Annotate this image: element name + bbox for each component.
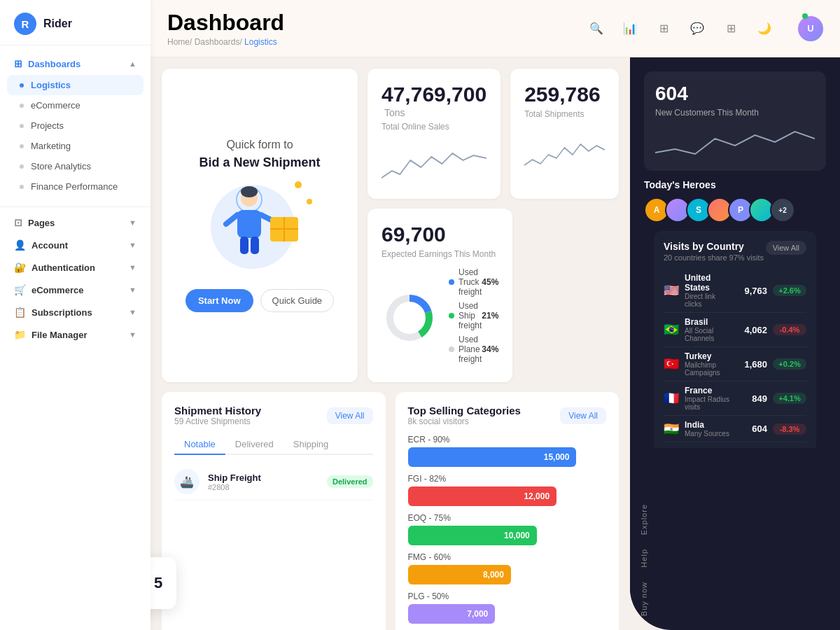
page-title: Dashboard xyxy=(167,10,284,36)
account-label: 👤 Account xyxy=(14,239,68,251)
subscriptions-label: 📋 Subscriptions xyxy=(14,307,92,318)
freight-list: Used Truck freight 45% Used Ship freight xyxy=(449,267,498,368)
earnings-label: Expected Earnings This Month xyxy=(382,249,498,259)
countries-list: 🇺🇸 United States Direct link clicks 9,76… xyxy=(664,269,806,442)
sidebar-item-ecommerce[interactable]: eCommerce xyxy=(0,95,150,115)
search-icon[interactable]: 🔍 xyxy=(585,18,608,40)
theme-icon[interactable]: 🌙 xyxy=(753,18,776,40)
chat-icon[interactable]: 💬 xyxy=(686,18,708,40)
subscriptions-icon: 📋 xyxy=(14,307,26,318)
shipment-tabs: Notable Delivered Shipping xyxy=(174,435,373,455)
stats-column: 47,769,700 Tons Total Online Sales xyxy=(368,69,619,382)
buy-now-tab[interactable]: Buy now xyxy=(640,582,648,616)
country-flag: 🇮🇳 xyxy=(664,421,679,437)
country-change: +0.2% xyxy=(773,358,806,370)
logo-text: Rider xyxy=(43,18,72,30)
banner-subtitle: Quick form to xyxy=(226,139,293,151)
country-change: -8.3% xyxy=(773,424,806,435)
country-name: India xyxy=(685,420,734,430)
dashboard-body: Quick form to Bid a New Shipment xyxy=(150,57,840,630)
tab-delivered[interactable]: Delivered xyxy=(225,435,284,454)
apps-icon[interactable]: ⊞ xyxy=(720,18,742,40)
category-bar: 12,000 xyxy=(408,486,557,506)
sidebar-item-marketing[interactable]: Marketing xyxy=(0,136,150,156)
subscriptions-category[interactable]: 📋 Subscriptions ▼ xyxy=(0,300,150,322)
total-sales-label: Total Online Sales xyxy=(382,122,486,132)
country-source: Direct link clicks xyxy=(685,293,734,308)
dot xyxy=(20,104,24,108)
sidebar-item-projects[interactable]: Projects xyxy=(0,115,150,136)
pages-label: ⊡ Pages xyxy=(14,217,55,228)
hero-avatar-more: +2 xyxy=(770,197,795,223)
quick-guide-button[interactable]: Quick Guide xyxy=(260,289,335,312)
country-value: 849 xyxy=(739,393,767,404)
banner-buttons: Start Now Quick Guide xyxy=(186,289,334,312)
dashboards-label: ⊞ Dashboards xyxy=(14,58,80,69)
account-icon: 👤 xyxy=(14,239,26,251)
sidebar-item-store-analytics[interactable]: Store Analytics xyxy=(0,156,150,176)
country-change: +2.6% xyxy=(773,285,806,296)
country-info: United States Direct link clicks xyxy=(685,273,734,308)
right-panel-content: 604 New Customers This Month Today's Her… xyxy=(630,57,840,448)
stat-row: 69,700 xyxy=(382,223,498,246)
category-bar-row: 7,000 xyxy=(408,604,607,624)
subscriptions-chevron: ▼ xyxy=(129,308,136,316)
visits-title: Visits by Country xyxy=(664,241,764,252)
category-item: ECR - 90% 15,000 xyxy=(408,435,607,467)
dashboards-icon: ⊞ xyxy=(14,58,22,69)
categories-view-all-button[interactable]: View All xyxy=(560,407,606,424)
total-sales-value: 47,769,700 xyxy=(382,83,486,106)
right-panel: 604 New Customers This Month Today's Her… xyxy=(630,57,840,630)
shipment-banner: Quick form to Bid a New Shipment xyxy=(162,69,358,382)
category-bar: 15,000 xyxy=(408,447,577,467)
dashboards-header[interactable]: ⊞ Dashboards ▲ xyxy=(0,52,150,75)
start-now-button[interactable]: Start Now xyxy=(186,289,253,312)
authentication-category[interactable]: 🔐 Authentication ▼ xyxy=(0,255,150,277)
bottom-stats-row: 69,700 Expected Earnings This Month xyxy=(368,209,619,382)
svg-rect-10 xyxy=(251,237,259,254)
categories-subtitle: 8k social visitors xyxy=(408,416,521,426)
new-customers-label: New Customers This Month xyxy=(655,108,815,118)
categories-title: Top Selling Categories xyxy=(408,405,521,416)
user-avatar[interactable]: U xyxy=(798,16,823,41)
shipment-item-icon: 🚢 xyxy=(174,469,200,494)
pages-category[interactable]: ⊡ Pages ▼ xyxy=(0,210,150,232)
customers-placeholder xyxy=(522,209,619,382)
svg-line-4 xyxy=(226,215,237,224)
sidebar-item-logistics[interactable]: Logistics xyxy=(7,75,144,95)
heroes-title: Today's Heroes xyxy=(644,179,826,190)
category-bar: 10,000 xyxy=(408,526,537,545)
file-manager-category[interactable]: 📁 File Manager ▼ xyxy=(0,322,150,344)
visits-subtitle: 20 countries share 97% visits xyxy=(664,253,764,262)
country-flag: 🇹🇷 xyxy=(664,356,679,372)
explore-tab[interactable]: Explore xyxy=(640,504,648,535)
ecommerce-category[interactable]: 🛒 eCommerce ▼ xyxy=(0,277,150,300)
new-customers-value: 604 xyxy=(655,83,815,105)
category-label: ECR - 90% xyxy=(408,435,607,444)
category-bar-row: 15,000 xyxy=(408,447,607,467)
logo[interactable]: R Rider xyxy=(0,0,150,46)
visits-view-all-button[interactable]: View All xyxy=(766,241,806,255)
sidebar-item-finance[interactable]: Finance Performance xyxy=(0,176,150,197)
shipment-view-all-button[interactable]: View All xyxy=(327,407,373,424)
account-category[interactable]: 👤 Account ▼ xyxy=(0,232,150,255)
country-value: 604 xyxy=(739,424,767,434)
help-tab[interactable]: Help xyxy=(640,549,648,568)
svg-rect-3 xyxy=(237,210,261,238)
total-sales-card: 47,769,700 Tons Total Online Sales xyxy=(368,69,500,199)
country-source: Mailchimp Campaigns xyxy=(685,361,734,377)
header-actions: 🔍 📊 ⊞ 💬 ⊞ 🌙 U xyxy=(585,16,823,41)
plane-freight: Used Plane freight 34% xyxy=(449,335,498,364)
grid-icon[interactable]: ⊞ xyxy=(652,18,675,40)
country-row: 🇹🇷 Turkey Mailchimp Campaigns 1,680 +0.2… xyxy=(664,347,806,382)
country-name: France xyxy=(685,386,734,396)
analytics-icon[interactable]: 📊 xyxy=(619,18,641,40)
tab-notable[interactable]: Notable xyxy=(174,435,225,455)
donut-container: Used Truck freight 45% Used Ship freight xyxy=(382,267,498,368)
ecommerce-icon: 🛒 xyxy=(14,284,26,295)
auth-icon: 🔐 xyxy=(14,262,26,273)
shipment-history-title: Shipment History xyxy=(174,405,261,416)
tab-shipping[interactable]: Shipping xyxy=(284,435,339,454)
illustration xyxy=(204,181,316,272)
country-source: Impact Radius visits xyxy=(685,396,734,411)
